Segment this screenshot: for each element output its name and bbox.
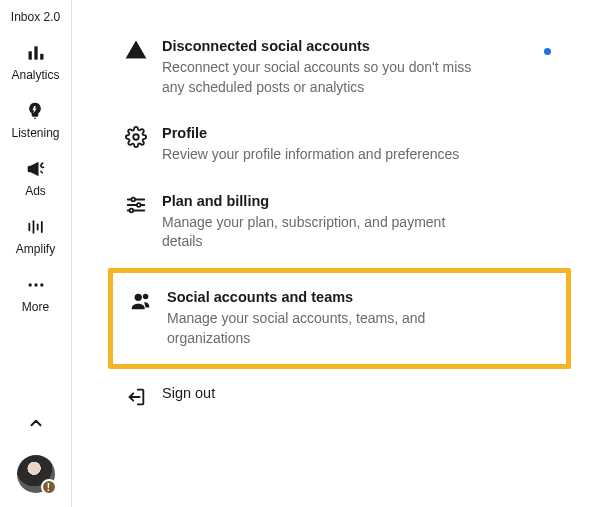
menu-item-signout[interactable]: Sign out bbox=[112, 371, 567, 423]
warning-badge-icon: ! bbox=[41, 479, 57, 495]
sidebar-item-inbox[interactable]: Inbox 2.0 bbox=[11, 6, 60, 24]
svg-rect-1 bbox=[34, 46, 37, 59]
notification-dot-icon bbox=[544, 48, 551, 55]
collapse-button[interactable] bbox=[27, 414, 45, 435]
highlighted-region: Social accounts and teams Manage your so… bbox=[108, 268, 571, 369]
sidebar-item-label: Inbox 2.0 bbox=[11, 10, 60, 24]
menu-item-title: Social accounts and teams bbox=[167, 289, 487, 305]
warning-triangle-icon bbox=[124, 38, 148, 62]
svg-point-16 bbox=[130, 208, 134, 212]
sidebar-item-analytics[interactable]: Analytics bbox=[11, 42, 59, 82]
tune-icon bbox=[124, 193, 148, 217]
sidebar-item-amplify[interactable]: Amplify bbox=[16, 216, 55, 256]
megaphone-icon bbox=[25, 158, 47, 180]
sidebar-item-label: Analytics bbox=[11, 68, 59, 82]
sidebar-item-label: Amplify bbox=[16, 242, 55, 256]
menu-item-title: Disconnected social accounts bbox=[162, 38, 482, 54]
svg-point-14 bbox=[137, 203, 141, 207]
svg-point-8 bbox=[34, 283, 37, 286]
svg-point-17 bbox=[135, 294, 142, 301]
sidebar-item-more[interactable]: More bbox=[22, 274, 49, 314]
sidebar-item-label: More bbox=[22, 300, 49, 314]
menu-item-profile[interactable]: Profile Review your profile information … bbox=[112, 111, 567, 179]
menu-item-title: Profile bbox=[162, 125, 459, 141]
svg-point-7 bbox=[28, 283, 31, 286]
svg-point-9 bbox=[40, 283, 43, 286]
menu-item-disconnected[interactable]: Disconnected social accounts Reconnect y… bbox=[112, 24, 567, 111]
menu-item-desc: Manage your social accounts, teams, and … bbox=[167, 309, 487, 348]
menu-item-plan[interactable]: Plan and billing Manage your plan, subsc… bbox=[112, 179, 567, 266]
sidebar-item-listening[interactable]: Listening bbox=[11, 100, 59, 140]
bar-chart-icon bbox=[25, 42, 47, 64]
svg-point-12 bbox=[131, 197, 135, 201]
sidebar-item-label: Ads bbox=[25, 184, 46, 198]
svg-rect-2 bbox=[40, 54, 43, 60]
svg-point-10 bbox=[133, 134, 139, 140]
menu-item-desc: Manage your plan, subscription, and paym… bbox=[162, 213, 482, 252]
menu-item-social-accounts[interactable]: Social accounts and teams Manage your so… bbox=[113, 273, 566, 364]
people-icon bbox=[129, 289, 153, 313]
sidebar-item-label: Listening bbox=[11, 126, 59, 140]
sidebar: Inbox 2.0 Analytics Listening Ads Amplif… bbox=[0, 0, 72, 507]
account-menu: Disconnected social accounts Reconnect y… bbox=[72, 0, 591, 507]
soundwave-icon bbox=[25, 216, 47, 238]
signout-icon bbox=[124, 385, 148, 409]
svg-rect-0 bbox=[28, 51, 31, 59]
menu-item-title: Sign out bbox=[162, 385, 215, 401]
menu-item-desc: Reconnect your social accounts so you do… bbox=[162, 58, 482, 97]
lightbulb-icon bbox=[24, 100, 46, 122]
svg-point-18 bbox=[143, 294, 149, 300]
menu-item-title: Plan and billing bbox=[162, 193, 482, 209]
sidebar-item-ads[interactable]: Ads bbox=[25, 158, 47, 198]
gear-icon bbox=[124, 125, 148, 149]
account-avatar[interactable]: ! bbox=[17, 455, 55, 493]
ellipsis-icon bbox=[25, 274, 47, 296]
menu-item-desc: Review your profile information and pref… bbox=[162, 145, 459, 165]
